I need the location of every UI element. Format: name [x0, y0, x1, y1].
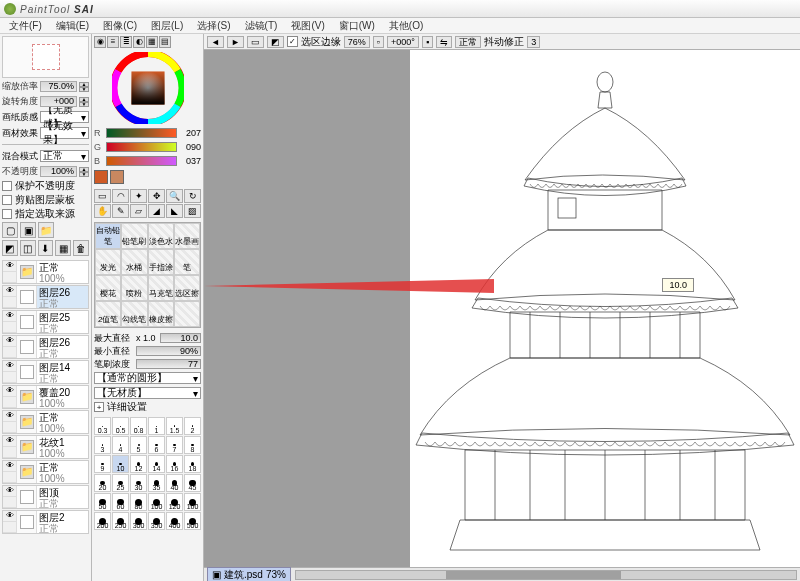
tb-show-selection-checkbox[interactable]: ✓	[287, 36, 298, 47]
brush-shape-dropdown[interactable]: 【通常的圆形】▾	[94, 371, 201, 385]
blend-mode-dropdown[interactable]: 混合模式 正常▾	[2, 149, 89, 163]
zoom-value[interactable]: 75.0%	[40, 81, 77, 92]
file-tab[interactable]: ▣建筑.psd73%	[207, 567, 291, 582]
max-size-value[interactable]: 10.0	[160, 333, 201, 343]
brush-preset[interactable]: 淡色水	[148, 223, 174, 249]
brush-size-preset[interactable]: 4	[112, 436, 129, 454]
selection-edge-value[interactable]: 76%	[344, 36, 370, 48]
rotation-readout[interactable]: +000°	[387, 36, 419, 48]
brush-size-preset[interactable]: 9	[94, 455, 111, 473]
brush-preset-empty[interactable]	[174, 301, 200, 327]
stabilizer-value[interactable]: 3	[527, 36, 540, 48]
brush-size-preset[interactable]: 2	[184, 417, 201, 435]
horizontal-scrollbar[interactable]	[295, 570, 797, 580]
layer-visibility-toggle[interactable]: 👁	[3, 286, 17, 308]
layer-row[interactable]: 👁📁花纹1100%	[2, 435, 89, 459]
menu-select[interactable]: 选择(S)	[190, 18, 237, 33]
layer-visibility-toggle[interactable]: 👁	[3, 411, 17, 433]
material-effect-dropdown[interactable]: 画材效果 【无效果】▾	[2, 126, 89, 140]
layer-visibility-toggle[interactable]: 👁	[3, 436, 17, 458]
layer-visibility-toggle[interactable]: 👁	[3, 336, 17, 358]
extra-tool-3-icon[interactable]: ◣	[166, 204, 183, 218]
layer-row[interactable]: 👁图顶正常 100%	[2, 485, 89, 509]
clear-layer-icon[interactable]: ◫	[20, 240, 36, 256]
brush-size-preset[interactable]: 50	[94, 493, 111, 511]
brush-size-preset[interactable]: 120	[166, 493, 183, 511]
layer-visibility-toggle[interactable]: 👁	[3, 311, 17, 333]
tb-deselect-icon[interactable]: ▭	[247, 36, 264, 48]
brush-size-preset[interactable]: 250	[112, 512, 129, 530]
layer-row[interactable]: 👁图层14正常 100%	[2, 360, 89, 384]
add-mask-icon[interactable]: ◩	[2, 240, 18, 256]
brush-preset[interactable]: 自动铅笔	[95, 223, 121, 249]
brush-size-preset[interactable]: 8	[184, 436, 201, 454]
density-value[interactable]: 77	[136, 359, 201, 369]
r-gradient[interactable]	[106, 128, 177, 138]
brush-size-preset[interactable]: 80	[130, 493, 147, 511]
rgb-slider-icon[interactable]: ≡	[107, 36, 119, 48]
brush-size-preset[interactable]: 10	[112, 455, 129, 473]
brush-size-preset[interactable]: 18	[184, 455, 201, 473]
scratchpad-icon[interactable]: ▤	[159, 36, 171, 48]
tb-redo-icon[interactable]: ►	[227, 36, 244, 48]
layer-visibility-toggle[interactable]: 👁	[3, 361, 17, 383]
menu-layer[interactable]: 图层(L)	[144, 18, 190, 33]
brush-size-preset[interactable]: 500	[184, 512, 201, 530]
brush-size-preset[interactable]: 60	[112, 493, 129, 511]
color-wheel[interactable]	[94, 50, 201, 125]
zoom-tool-icon[interactable]: 🔍	[166, 189, 183, 203]
hand-tool-icon[interactable]: ✋	[94, 204, 111, 218]
menu-window[interactable]: 窗口(W)	[332, 18, 382, 33]
b-slider[interactable]: B037	[94, 155, 201, 167]
brush-size-preset[interactable]: 200	[94, 512, 111, 530]
tb-zoom-in-icon[interactable]: ▪	[422, 36, 433, 48]
zoom-slider[interactable]: 缩放倍率 75.0% ▲▼	[2, 80, 89, 93]
tb-invert-icon[interactable]: ◩	[267, 36, 284, 48]
tb-undo-icon[interactable]: ◄	[207, 36, 224, 48]
b-gradient[interactable]	[106, 156, 177, 166]
menu-edit[interactable]: 编辑(E)	[49, 18, 96, 33]
brush-preset[interactable]: 铅笔刷	[121, 223, 147, 249]
brush-size-preset[interactable]: 20	[94, 474, 111, 492]
brush-preset[interactable]: 水墨画	[174, 223, 200, 249]
navigator-preview[interactable]	[2, 36, 89, 78]
layer-row[interactable]: 👁📁覆盖20100%	[2, 385, 89, 409]
stabilizer-mode[interactable]: 正常	[455, 36, 481, 48]
marquee-tool-icon[interactable]: ▭	[94, 189, 111, 203]
move-tool-icon[interactable]: ✥	[148, 189, 165, 203]
lasso-tool-icon[interactable]: ◠	[112, 189, 129, 203]
layer-row[interactable]: 👁图层26正常 100%	[2, 285, 89, 309]
preserve-opacity-checkbox[interactable]: 保护不透明度	[2, 180, 89, 192]
tb-zoom-out-icon[interactable]: ▫	[373, 36, 384, 48]
brush-preset[interactable]: 发光	[95, 249, 121, 275]
foreground-color[interactable]	[94, 170, 108, 184]
background-color[interactable]	[110, 170, 124, 184]
layer-visibility-toggle[interactable]: 👁	[3, 486, 17, 508]
extra-tool-2-icon[interactable]: ◢	[148, 204, 165, 218]
layer-row[interactable]: 👁📁正常100%	[2, 410, 89, 434]
color-wheel-icon[interactable]: ◉	[94, 36, 106, 48]
brush-preset[interactable]: 樱花	[95, 275, 121, 301]
brush-size-preset[interactable]: 0.3	[94, 417, 111, 435]
palette-icon[interactable]: ▦	[146, 36, 158, 48]
menu-file[interactable]: 文件(F)	[2, 18, 49, 33]
canvas-viewport[interactable]: 10.0	[204, 50, 800, 567]
new-folder-icon[interactable]: 📁	[38, 222, 54, 238]
layer-visibility-toggle[interactable]: 👁	[3, 261, 17, 283]
extra-tool-1-icon[interactable]: ▱	[130, 204, 147, 218]
extra-tool-4-icon[interactable]: ▨	[184, 204, 201, 218]
brush-size-preset[interactable]: 0.5	[112, 417, 129, 435]
menu-image[interactable]: 图像(C)	[96, 18, 144, 33]
delete-layer-icon[interactable]: 🗑	[73, 240, 89, 256]
brush-size-preset[interactable]: 1	[148, 417, 165, 435]
brush-preset[interactable]: 水桶	[121, 249, 147, 275]
brush-size-preset[interactable]: 45	[184, 474, 201, 492]
g-slider[interactable]: G090	[94, 141, 201, 153]
layer-opacity-slider[interactable]: 不透明度 100% ▲▼	[2, 165, 89, 178]
new-vector-layer-icon[interactable]: ▣	[20, 222, 36, 238]
brush-size-preset[interactable]: 7	[166, 436, 183, 454]
brush-size-preset[interactable]: 35	[148, 474, 165, 492]
rotate-tool-icon[interactable]: ↻	[184, 189, 201, 203]
wand-tool-icon[interactable]: ✦	[130, 189, 147, 203]
brush-size-preset[interactable]: 300	[130, 512, 147, 530]
